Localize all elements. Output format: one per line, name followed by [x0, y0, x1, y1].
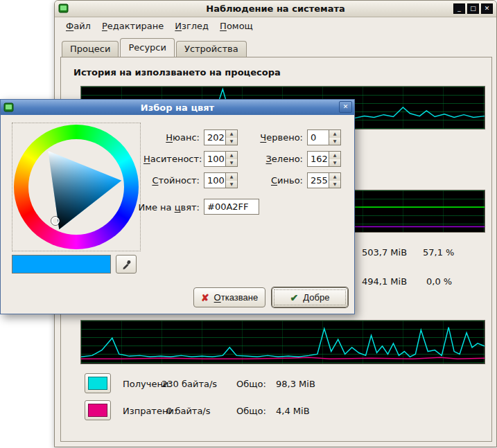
tab-processes[interactable]: Процеси — [62, 41, 119, 57]
ok-button[interactable]: ✔ Добре — [272, 287, 348, 307]
received-color — [88, 377, 107, 390]
close-button[interactable]: ✕ — [481, 3, 493, 14]
network-sent-line — [81, 357, 485, 359]
spin-up-icon[interactable]: ▲ — [329, 173, 340, 181]
sent-color-swatch[interactable] — [85, 400, 111, 420]
spin-down-icon[interactable]: ▼ — [226, 181, 237, 188]
eyedropper-button[interactable] — [116, 255, 137, 274]
dialog-close-button[interactable]: ✕ — [339, 101, 352, 113]
cpu-history-heading: История на използването на процесора — [73, 67, 281, 78]
sv-triangle[interactable] — [14, 125, 139, 249]
spin-up-icon[interactable]: ▲ — [226, 130, 237, 138]
color-name-input[interactable]: #00A2FF — [204, 199, 259, 215]
spin-up-icon[interactable]: ▲ — [226, 173, 237, 181]
menubar: Файл Редактиране Изглед Помощ — [55, 17, 496, 35]
memory-used-value: 503,7 MiB — [362, 247, 407, 258]
received-color-swatch[interactable] — [85, 373, 111, 393]
maximize-button[interactable]: □ — [467, 3, 479, 14]
memory-used-percent: 57,1 % — [423, 247, 454, 258]
desktop: Наблюдение на системата _ □ ✕ Файл Редак… — [0, 0, 497, 448]
swap-used-value: 494,1 MiB — [362, 276, 407, 287]
tabbar: Процеси Ресурси Устройства — [62, 38, 248, 57]
green-label: Зелено: — [245, 154, 303, 164]
hue-label: Нюанс: — [143, 132, 200, 143]
received-value: 230 байта/s — [162, 379, 217, 389]
sent-value: 0 байта/s — [166, 406, 211, 416]
color-wheel[interactable] — [14, 125, 139, 249]
sent-total-value: 4,4 MiB — [276, 406, 310, 416]
ok-icon: ✔ — [290, 292, 299, 303]
tab-devices[interactable]: Устройства — [176, 41, 247, 57]
green-spinbox[interactable]: 162 ▲▼ — [307, 151, 341, 167]
dialog-title: Избор на цвят — [1, 102, 354, 113]
tab-resources[interactable]: Ресурси — [120, 38, 175, 57]
menu-file[interactable]: Файл — [60, 19, 96, 33]
titlebar[interactable]: Наблюдение на системата _ □ ✕ — [55, 1, 496, 17]
received-total-label: Общо: — [236, 379, 266, 389]
color-wheel-box — [12, 123, 141, 251]
saturation-label: Наситеност: — [143, 154, 200, 164]
color-picker-dialog: Избор на цвят ✕ — [0, 99, 355, 314]
received-total-value: 98,3 MiB — [276, 379, 315, 389]
color-preview — [12, 255, 111, 274]
value-spinbox[interactable]: 100 ▲▼ — [204, 172, 238, 188]
hue-spinbox[interactable]: 202 ▲▼ — [204, 129, 238, 145]
red-spinbox[interactable]: 0 ▲▼ — [307, 129, 341, 145]
menu-help[interactable]: Помощ — [214, 19, 259, 33]
menu-view[interactable]: Изглед — [169, 19, 214, 33]
blue-label: Синьо: — [245, 175, 303, 186]
window-controls: _ □ ✕ — [453, 3, 493, 14]
red-label: Червено: — [245, 132, 303, 143]
value-label: Стойност: — [143, 175, 200, 186]
spin-down-icon[interactable]: ▼ — [329, 181, 340, 188]
swap-used-percent: 0,0 % — [426, 276, 452, 287]
minimize-button[interactable]: _ — [453, 3, 465, 14]
cancel-icon: ✘ — [201, 292, 209, 303]
menu-edit[interactable]: Редактиране — [96, 19, 169, 33]
window-title: Наблюдение на системата — [55, 3, 496, 14]
eyedropper-icon — [121, 259, 132, 269]
network-history-chart — [80, 320, 485, 364]
spin-down-icon[interactable]: ▼ — [226, 159, 237, 167]
spin-up-icon[interactable]: ▲ — [226, 152, 237, 159]
sent-color — [88, 404, 107, 417]
saturation-spinbox[interactable]: 100 ▲▼ — [204, 151, 238, 167]
blue-spinbox[interactable]: 255 ▲▼ — [307, 172, 341, 188]
spin-down-icon[interactable]: ▼ — [226, 138, 237, 145]
network-received-line — [81, 328, 485, 357]
spin-up-icon[interactable]: ▲ — [329, 130, 340, 138]
cancel-button[interactable]: ✘ Отказване — [193, 287, 265, 307]
dialog-titlebar[interactable]: Избор на цвят ✕ — [1, 100, 354, 115]
cancel-label: Отказване — [214, 292, 259, 303]
color-name-label: Име на цвят: — [119, 202, 200, 213]
spin-down-icon[interactable]: ▼ — [329, 138, 340, 145]
spin-down-icon[interactable]: ▼ — [329, 159, 340, 167]
spin-up-icon[interactable]: ▲ — [329, 152, 340, 159]
ok-label: Добре — [303, 292, 329, 303]
sent-total-label: Общо: — [236, 406, 266, 416]
